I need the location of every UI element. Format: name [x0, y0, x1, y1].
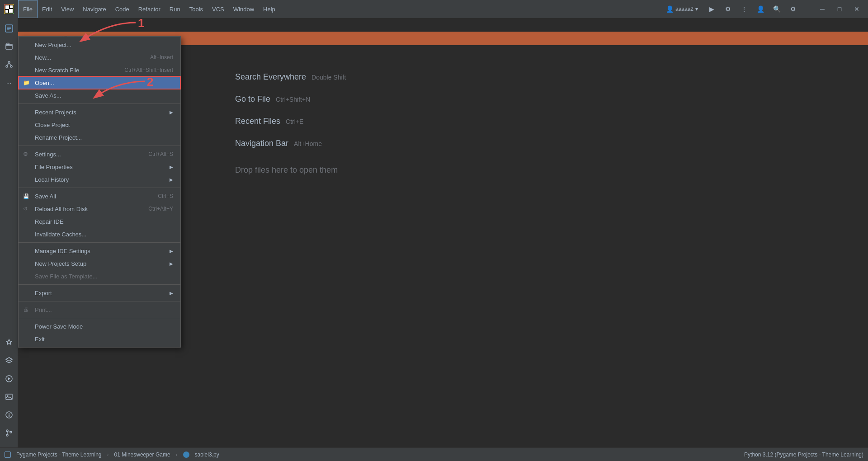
- menu-refactor[interactable]: Refactor: [134, 0, 165, 18]
- welcome-search: Search Everywhere Double Shift: [235, 72, 868, 82]
- menu-item-save-all[interactable]: 💾 Save All Ctrl+S: [19, 190, 180, 202]
- svg-rect-9: [6, 44, 12, 49]
- menu-item-exit[interactable]: Exit: [19, 333, 180, 345]
- status-breadcrumb1[interactable]: 01 Minesweeper Game: [114, 452, 170, 458]
- menu-item-close-project[interactable]: Close Project: [19, 118, 180, 131]
- menu-item-power-save[interactable]: Power Save Mode: [19, 320, 180, 333]
- menu-item-rename-project[interactable]: Rename Project...: [19, 131, 180, 144]
- sidebar-icon-notifications[interactable]: [1, 20, 17, 37]
- menu-item-recent-projects[interactable]: Recent Projects ▶: [19, 106, 180, 118]
- menu-item-file-properties[interactable]: File Properties ▶: [19, 160, 180, 173]
- menu-view[interactable]: View: [57, 0, 78, 18]
- file-properties-arrow: ▶: [170, 165, 173, 169]
- new-shortcut: Alt+Insert: [150, 54, 173, 61]
- nav-bar-shortcut: Alt+Home: [294, 140, 322, 147]
- menu-item-local-history[interactable]: Local History ▶: [19, 173, 180, 186]
- menu-code[interactable]: Code: [111, 0, 134, 18]
- search-button[interactable]: 🔍: [770, 3, 783, 15]
- separator-2: [19, 146, 180, 146]
- close-project-label: Close Project: [35, 122, 70, 128]
- sidebar-icon-info[interactable]: [1, 407, 17, 423]
- svg-point-18: [7, 395, 8, 397]
- sidebar-icon-layers[interactable]: [1, 353, 17, 369]
- reload-all-shortcut: Ctrl+Alt+Y: [148, 206, 173, 212]
- status-project[interactable]: Pygame Projects - Theme Learning: [16, 452, 102, 458]
- search-everywhere-shortcut: Double Shift: [311, 74, 346, 81]
- manage-ide-arrow: ▶: [170, 249, 173, 254]
- export-label: Export: [35, 290, 52, 296]
- menu-item-new-projects-setup[interactable]: New Projects Setup ▶: [19, 257, 180, 270]
- sidebar-icon-run[interactable]: [1, 371, 17, 387]
- menu-item-manage-ide[interactable]: Manage IDE Settings ▶: [19, 245, 180, 257]
- account-chevron: ▾: [695, 6, 698, 12]
- goto-file-shortcut: Ctrl+Shift+N: [276, 96, 310, 103]
- svg-point-21: [9, 413, 9, 414]
- sidebar-icon-image[interactable]: [1, 389, 17, 405]
- recent-projects-label: Recent Projects: [35, 109, 76, 116]
- file-properties-label: File Properties: [35, 164, 73, 170]
- sidebar-icon-plugins[interactable]: [1, 334, 17, 351]
- svg-rect-3: [5, 10, 8, 13]
- svg-rect-17: [6, 394, 12, 400]
- main-layout: ···: [0, 18, 868, 447]
- account-icon: 👤: [666, 5, 674, 13]
- menu-run[interactable]: Run: [165, 0, 185, 18]
- logo-icon: [4, 4, 14, 14]
- menu-vcs[interactable]: VCS: [208, 0, 229, 18]
- new-project-label: New Project...: [35, 42, 71, 48]
- menu-edit[interactable]: Edit: [38, 0, 57, 18]
- menu-item-new-project[interactable]: New Project...: [19, 38, 180, 51]
- svg-point-11: [8, 61, 10, 63]
- menu-item-repair-ide[interactable]: Repair IDE: [19, 215, 180, 228]
- sidebar-icon-more[interactable]: ···: [1, 75, 17, 91]
- svg-line-14: [7, 63, 9, 66]
- menu-item-reload-all[interactable]: ↺ Reload All from Disk Ctrl+Alt+Y: [19, 202, 180, 215]
- export-arrow: ▶: [170, 291, 173, 296]
- more-button[interactable]: ⋮: [738, 3, 750, 15]
- file-menu-overlay: New Project... New... Alt+Insert New Scr…: [18, 36, 181, 348]
- account-button[interactable]: 👤 aaaaa2 ▾: [662, 4, 702, 14]
- reload-icon: ↺: [23, 206, 28, 212]
- svg-rect-4: [10, 5, 13, 8]
- run-button[interactable]: ▶: [705, 3, 718, 15]
- menu-help[interactable]: Help: [259, 0, 280, 18]
- menu-item-export[interactable]: Export ▶: [19, 287, 180, 299]
- menu-item-save-as[interactable]: Save As...: [19, 89, 180, 102]
- new-projects-setup-arrow: ▶: [170, 261, 173, 266]
- menu-item-print: 🖨 Print...: [19, 303, 180, 316]
- search-everywhere-label: Search Everywhere: [235, 72, 306, 82]
- status-file[interactable]: saolei3.py: [195, 452, 219, 458]
- separator-4: [19, 242, 180, 243]
- svg-rect-1: [5, 5, 9, 9]
- local-history-arrow: ▶: [170, 177, 173, 182]
- menu-navigate[interactable]: Navigate: [78, 0, 110, 18]
- menu-tools[interactable]: Tools: [185, 0, 208, 18]
- menu-item-invalidate-caches[interactable]: Invalidate Caches...: [19, 228, 180, 240]
- menu-file[interactable]: File: [18, 0, 38, 18]
- recent-files-shortcut: Ctrl+E: [286, 118, 303, 125]
- menu-item-new-scratch[interactable]: New Scratch File Ctrl+Alt+Shift+Insert: [19, 64, 180, 76]
- python-version: Python 3.12 (Pygame Projects - Theme Lea…: [744, 452, 863, 458]
- minimize-button[interactable]: ─: [816, 2, 829, 16]
- sidebar-icon-git[interactable]: [1, 425, 17, 441]
- sidebar-icon-project[interactable]: [1, 38, 17, 55]
- separator-5: [19, 284, 180, 285]
- profile-button[interactable]: 👤: [754, 3, 767, 15]
- menu-item-open[interactable]: 📁 Open...: [19, 76, 180, 89]
- goto-file-label: Go to File: [235, 94, 270, 104]
- welcome-navbar: Navigation Bar Alt+Home: [235, 139, 868, 148]
- menu-window[interactable]: Window: [229, 0, 259, 18]
- maximize-button[interactable]: □: [833, 2, 846, 16]
- close-button[interactable]: ✕: [850, 2, 863, 16]
- svg-line-15: [9, 63, 11, 66]
- settings-button[interactable]: ⚙: [787, 3, 799, 15]
- menu-item-new[interactable]: New... Alt+Insert: [19, 51, 180, 64]
- menu-item-settings[interactable]: ⚙ Settings... Ctrl+Alt+S: [19, 148, 180, 160]
- svg-point-12: [6, 66, 8, 67]
- sidebar-icon-structure[interactable]: [1, 56, 17, 73]
- power-save-label: Power Save Mode: [35, 323, 83, 330]
- welcome-recent: Recent Files Ctrl+E: [235, 117, 868, 126]
- new-label: New...: [35, 54, 51, 61]
- invalidate-caches-label: Invalidate Caches...: [35, 231, 86, 238]
- build-button[interactable]: ⚙: [722, 3, 734, 15]
